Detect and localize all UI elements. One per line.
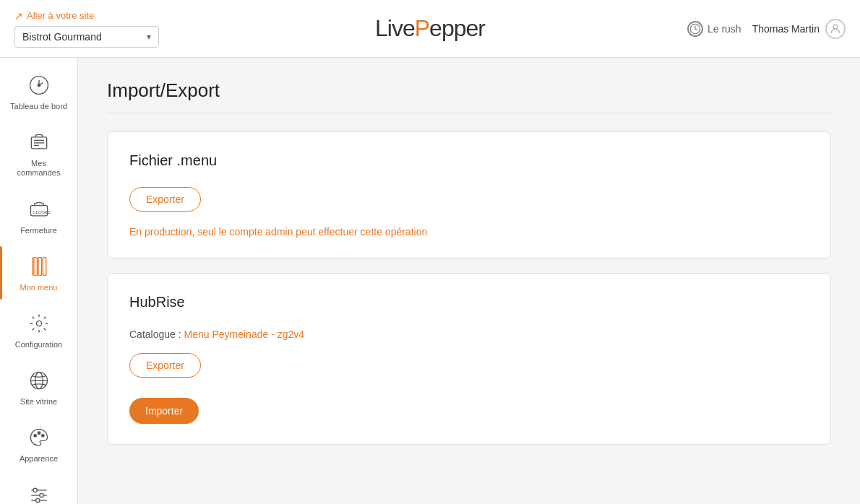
logo-live: Live	[375, 15, 415, 41]
store-name: Bistrot Gourmand	[22, 31, 102, 43]
fichier-menu-export-button[interactable]: Exporter	[129, 187, 201, 212]
sidebar-item-tableau-de-bord[interactable]: Tableau de bord	[7, 65, 72, 118]
hubrise-card: HubRise Catalogue : Menu Peymeinade - zg…	[107, 273, 831, 445]
main-content: Import/Export Fichier .menu Exporter En …	[78, 58, 860, 504]
svg-point-3	[38, 84, 40, 87]
sidebar-item-site-vitrine[interactable]: Site vitrine	[7, 360, 72, 414]
user-avatar-icon	[825, 19, 846, 39]
orders-icon	[26, 129, 52, 155]
external-link-icon: ↗	[14, 10, 23, 22]
globe-icon	[26, 368, 52, 394]
hubrise-import-button[interactable]: Importer	[129, 398, 199, 424]
title-divider	[107, 113, 831, 113]
menu-icon	[26, 253, 52, 279]
logo-per: epper	[429, 15, 485, 41]
hubrise-title: HubRise	[129, 294, 809, 310]
hubrise-buttons: Exporter Importer	[129, 353, 809, 424]
sidebar-item-mon-menu[interactable]: Mon menu	[7, 246, 72, 300]
svg-point-26	[35, 498, 39, 502]
svg-text:CLOSED: CLOSED	[33, 209, 51, 214]
page-title: Import/Export	[107, 79, 831, 102]
svg-point-14	[36, 321, 41, 326]
site-link[interactable]: ↗ Aller à votre site	[14, 10, 159, 22]
sidebar-item-configuration[interactable]: Configuration	[7, 303, 72, 357]
logo: LivePepper	[375, 15, 485, 42]
logo-pep: P	[415, 15, 429, 41]
chevron-down-icon: ▾	[147, 32, 151, 42]
sliders-icon	[26, 482, 52, 505]
rush-text: Le rush	[708, 23, 741, 35]
hubrise-export-button[interactable]: Exporter	[129, 353, 201, 378]
config-icon	[26, 310, 52, 336]
svg-rect-12	[43, 257, 46, 275]
sidebar: Tableau de bord Mes commandes CLOSED	[0, 58, 78, 504]
sidebar-item-fermeture[interactable]: CLOSED Fermeture	[7, 189, 72, 243]
topbar-left: ↗ Aller à votre site Bistrot Gourmand ▾	[14, 10, 159, 48]
rush-label: Le rush	[687, 21, 741, 37]
sidebar-item-parametres-avances[interactable]: Paramètres avancés	[7, 475, 72, 505]
sidebar-label-site-vitrine: Site vitrine	[20, 397, 57, 407]
sidebar-label-mes-commandes: Mes commandes	[10, 159, 68, 178]
fichier-menu-warning: En production, seul le compte admin peut…	[129, 226, 809, 238]
svg-point-25	[39, 493, 43, 497]
palette-icon	[26, 425, 52, 451]
svg-point-24	[33, 488, 37, 492]
svg-rect-11	[38, 257, 41, 275]
sidebar-item-apparence[interactable]: Apparence	[7, 417, 72, 471]
svg-point-1	[833, 25, 838, 29]
catalogue-label: Catalogue :	[129, 329, 181, 340]
hubrise-catalogue-info: Catalogue : Menu Peymeinade - zg2v4	[129, 329, 809, 340]
fichier-menu-title: Fichier .menu	[129, 152, 809, 169]
sidebar-label-tableau-de-bord: Tableau de bord	[10, 102, 67, 111]
dashboard-icon	[26, 72, 52, 98]
catalogue-value[interactable]: Menu Peymeinade - zg2v4	[184, 329, 305, 340]
svg-point-20	[41, 435, 44, 438]
topbar-right: Le rush Thomas Martin	[687, 19, 846, 39]
sidebar-label-apparence: Apparence	[20, 454, 58, 464]
sidebar-label-configuration: Configuration	[15, 340, 62, 349]
sidebar-item-mes-commandes[interactable]: Mes commandes	[7, 122, 72, 185]
topbar: ↗ Aller à votre site Bistrot Gourmand ▾ …	[0, 0, 860, 58]
svg-rect-10	[33, 257, 36, 275]
store-selector[interactable]: Bistrot Gourmand ▾	[14, 26, 159, 48]
user-name: Thomas Martin	[752, 23, 820, 35]
site-link-label: Aller à votre site	[27, 10, 94, 21]
svg-point-18	[33, 435, 36, 438]
user-info: Thomas Martin	[752, 19, 846, 39]
closed-icon: CLOSED	[26, 196, 52, 222]
sidebar-label-mon-menu: Mon menu	[20, 283, 58, 292]
sidebar-label-fermeture: Fermeture	[20, 226, 57, 235]
layout: Tableau de bord Mes commandes CLOSED	[0, 58, 860, 504]
clock-icon	[687, 21, 703, 37]
svg-point-19	[38, 432, 40, 435]
fichier-menu-card: Fichier .menu Exporter En production, se…	[107, 131, 831, 258]
